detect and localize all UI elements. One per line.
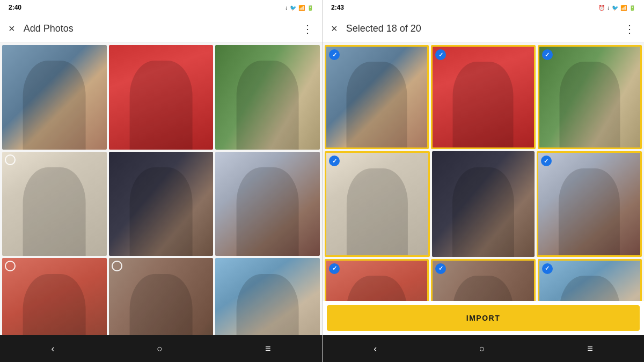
photo-cell[interactable] xyxy=(325,151,430,256)
right-phone: 2:43 ⏰ ↓ 🐦 📶 🔋 × Selected 18 of 20 ⋮ xyxy=(322,0,644,362)
left-phone: 2:40 ↓ 🐦 📶 🔋 × Add Photos ⋮ xyxy=(0,0,322,362)
photo-cell[interactable] xyxy=(325,45,429,149)
photo-cell[interactable] xyxy=(537,151,642,256)
left-header: × Add Photos ⋮ xyxy=(0,15,322,43)
photo-cell[interactable] xyxy=(538,45,642,149)
right-header: × Selected 18 of 20 ⋮ xyxy=(323,15,644,43)
left-status-bar: 2:40 ↓ 🐦 📶 🔋 xyxy=(0,0,322,15)
photo-cell[interactable] xyxy=(109,152,214,256)
photo-cell[interactable] xyxy=(2,258,107,335)
grid-row xyxy=(325,151,642,256)
menu-button[interactable]: ≡ xyxy=(254,339,282,359)
right-status-icons: ⏰ ↓ 🐦 📶 🔋 xyxy=(598,5,635,11)
photo-checkbox[interactable] xyxy=(329,156,340,166)
photo-cell[interactable] xyxy=(538,259,642,301)
alarm-icon: ⏰ xyxy=(598,5,605,11)
download-icon: ↓ xyxy=(607,5,610,11)
photo-cell[interactable] xyxy=(215,45,320,150)
photo-cell[interactable] xyxy=(215,152,320,256)
left-close-button[interactable]: × xyxy=(9,23,15,35)
photo-cell[interactable] xyxy=(109,258,214,335)
back-button[interactable]: ‹ xyxy=(40,339,65,359)
photo-cell[interactable] xyxy=(431,259,535,301)
photo-checkbox[interactable] xyxy=(542,49,553,60)
right-time: 2:43 xyxy=(331,4,344,11)
wifi-icon: 📶 xyxy=(620,5,627,11)
right-status-bar: 2:43 ⏰ ↓ 🐦 📶 🔋 xyxy=(323,0,644,15)
left-more-button[interactable]: ⋮ xyxy=(302,23,313,35)
photo-checkbox[interactable] xyxy=(329,263,340,274)
photo-cell[interactable] xyxy=(431,45,535,149)
home-button[interactable]: ○ xyxy=(469,339,496,359)
left-page-title: Add Photos xyxy=(24,23,302,34)
photo-checkbox[interactable] xyxy=(329,49,340,60)
grid-row xyxy=(2,152,320,256)
photo-checkbox[interactable] xyxy=(435,263,446,274)
photo-checkbox[interactable] xyxy=(542,263,553,274)
left-nav-bar: ‹ ○ ≡ xyxy=(0,335,322,362)
left-photo-grid xyxy=(0,43,322,335)
battery-icon: 🔋 xyxy=(307,5,313,11)
photo-cell[interactable] xyxy=(432,151,534,256)
right-more-button[interactable]: ⋮ xyxy=(624,23,635,35)
photo-checkbox[interactable] xyxy=(112,261,122,271)
left-time: 2:40 xyxy=(9,4,21,11)
photo-cell[interactable] xyxy=(109,45,214,150)
right-nav-bar: ‹ ○ ≡ xyxy=(323,335,644,362)
twitter-icon: 🐦 xyxy=(290,5,296,11)
menu-button[interactable]: ≡ xyxy=(576,339,604,359)
import-button-container: IMPORT xyxy=(323,301,644,335)
grid-row xyxy=(2,258,320,335)
back-button[interactable]: ‹ xyxy=(363,339,387,359)
grid-row xyxy=(325,259,642,301)
photo-checkbox[interactable] xyxy=(5,261,16,271)
photo-checkbox[interactable] xyxy=(541,156,552,166)
grid-row xyxy=(2,45,320,150)
battery-icon: 🔋 xyxy=(629,5,635,11)
right-photo-grid xyxy=(323,43,644,301)
photo-cell[interactable] xyxy=(325,259,429,301)
photo-cell[interactable] xyxy=(215,258,320,335)
import-button[interactable]: IMPORT xyxy=(327,305,640,331)
left-status-icons: ↓ 🐦 📶 🔋 xyxy=(285,5,313,11)
wifi-icon: 📶 xyxy=(298,5,305,11)
photo-checkbox[interactable] xyxy=(435,49,446,60)
download-icon: ↓ xyxy=(285,5,288,11)
twitter-icon: 🐦 xyxy=(612,5,618,11)
photo-cell[interactable] xyxy=(2,152,107,256)
grid-row xyxy=(325,45,642,149)
right-page-title: Selected 18 of 20 xyxy=(346,23,624,34)
photo-checkbox[interactable] xyxy=(5,154,16,165)
right-close-button[interactable]: × xyxy=(331,23,338,35)
photo-cell[interactable] xyxy=(2,45,107,150)
home-button[interactable]: ○ xyxy=(146,339,173,359)
